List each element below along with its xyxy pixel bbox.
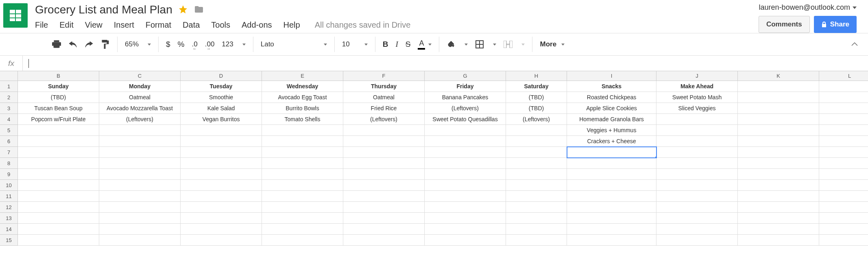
row-header-13[interactable]: 13: [0, 213, 18, 224]
decrease-decimal[interactable]: .0←: [192, 40, 198, 48]
cell-E2[interactable]: Avocado Egg Toast: [262, 92, 343, 103]
cell-D1[interactable]: Tuesday: [181, 81, 262, 92]
cell-E5[interactable]: [262, 125, 343, 136]
cell-B3[interactable]: Tuscan Bean Soup: [18, 103, 99, 114]
cell-K1[interactable]: [738, 81, 819, 92]
cell-G7[interactable]: [425, 147, 506, 158]
cell-B5[interactable]: [18, 125, 99, 136]
cell-I8[interactable]: [567, 158, 656, 169]
cell-E14[interactable]: [262, 224, 343, 235]
cell-B11[interactable]: [18, 191, 99, 202]
more-button[interactable]: More: [532, 40, 572, 48]
menu-edit[interactable]: Edit: [59, 20, 73, 30]
cell-J7[interactable]: [656, 147, 738, 158]
menu-view[interactable]: View: [85, 20, 103, 30]
cell-G15[interactable]: [425, 235, 506, 246]
cell-K11[interactable]: [738, 191, 819, 202]
cell-K2[interactable]: [738, 92, 819, 103]
format-currency[interactable]: $: [166, 40, 170, 49]
cell-G11[interactable]: [425, 191, 506, 202]
cell-H10[interactable]: [506, 180, 567, 191]
cell-L1[interactable]: [819, 81, 868, 92]
cell-I2[interactable]: Roasted Chickpeas: [567, 92, 656, 103]
cell-D7[interactable]: [181, 147, 262, 158]
cell-F1[interactable]: Thursday: [343, 81, 425, 92]
cell-B15[interactable]: [18, 235, 99, 246]
cell-D11[interactable]: [181, 191, 262, 202]
cell-I5[interactable]: Veggies + Hummus: [567, 125, 656, 136]
cell-G3[interactable]: (Leftovers): [425, 103, 506, 114]
cell-F4[interactable]: (Leftovers): [343, 114, 425, 125]
cell-E4[interactable]: Tomato Shells: [262, 114, 343, 125]
cell-G8[interactable]: [425, 158, 506, 169]
borders-icon[interactable]: [475, 40, 484, 49]
cell-K15[interactable]: [738, 235, 819, 246]
column-header-I[interactable]: I: [567, 71, 656, 81]
cell-F14[interactable]: [343, 224, 425, 235]
cell-L15[interactable]: [819, 235, 868, 246]
selection-handle[interactable]: [655, 156, 656, 158]
row-header-11[interactable]: 11: [0, 191, 18, 202]
cell-L11[interactable]: [819, 191, 868, 202]
menu-addons[interactable]: Add-ons: [242, 20, 272, 30]
cell-H12[interactable]: [506, 202, 567, 213]
sheets-logo[interactable]: [3, 3, 28, 28]
cell-I1[interactable]: Snacks: [567, 81, 656, 92]
cell-I14[interactable]: [567, 224, 656, 235]
cell-H6[interactable]: [506, 136, 567, 147]
formula-bar[interactable]: fx: [0, 56, 868, 71]
cell-E1[interactable]: Wednesday: [262, 81, 343, 92]
cell-E13[interactable]: [262, 213, 343, 224]
cell-F3[interactable]: Fried Rice: [343, 103, 425, 114]
increase-decimal[interactable]: .00→: [205, 40, 215, 48]
cell-I15[interactable]: [567, 235, 656, 246]
cell-E11[interactable]: [262, 191, 343, 202]
cell-D8[interactable]: [181, 158, 262, 169]
cell-E9[interactable]: [262, 169, 343, 180]
cell-F7[interactable]: [343, 147, 425, 158]
bold-button[interactable]: B: [383, 40, 388, 49]
zoom-level[interactable]: 65%: [125, 40, 139, 48]
undo-icon[interactable]: [68, 40, 77, 49]
row-header-7[interactable]: 7: [0, 147, 18, 158]
cell-C6[interactable]: [99, 136, 181, 147]
cell-D13[interactable]: [181, 213, 262, 224]
cell-B4[interactable]: Popcorn w/Fruit Plate: [18, 114, 99, 125]
italic-button[interactable]: I: [395, 40, 398, 49]
cell-B8[interactable]: [18, 158, 99, 169]
cell-B6[interactable]: [18, 136, 99, 147]
cell-F5[interactable]: [343, 125, 425, 136]
cell-F12[interactable]: [343, 202, 425, 213]
cell-K10[interactable]: [738, 180, 819, 191]
menu-data[interactable]: Data: [183, 20, 200, 30]
row-header-5[interactable]: 5: [0, 125, 18, 136]
column-header-F[interactable]: F: [343, 71, 425, 81]
cell-K9[interactable]: [738, 169, 819, 180]
cell-J9[interactable]: [656, 169, 738, 180]
cell-L2[interactable]: [819, 92, 868, 103]
cell-E8[interactable]: [262, 158, 343, 169]
cell-D9[interactable]: [181, 169, 262, 180]
cell-G6[interactable]: [425, 136, 506, 147]
cell-H3[interactable]: (TBD): [506, 103, 567, 114]
cell-J6[interactable]: [656, 136, 738, 147]
cell-G5[interactable]: [425, 125, 506, 136]
cell-L14[interactable]: [819, 224, 868, 235]
cell-C4[interactable]: (Leftovers): [99, 114, 181, 125]
cell-H2[interactable]: (TBD): [506, 92, 567, 103]
column-header-C[interactable]: C: [99, 71, 181, 81]
cell-G13[interactable]: [425, 213, 506, 224]
cell-G2[interactable]: Banana Pancakes: [425, 92, 506, 103]
cell-F8[interactable]: [343, 158, 425, 169]
account-menu[interactable]: lauren-bowen@outlook.com: [759, 3, 857, 12]
format-percent[interactable]: %: [178, 40, 185, 49]
row-header-10[interactable]: 10: [0, 180, 18, 191]
cell-F9[interactable]: [343, 169, 425, 180]
cell-F6[interactable]: [343, 136, 425, 147]
merge-cells-icon[interactable]: [504, 40, 513, 49]
cell-K8[interactable]: [738, 158, 819, 169]
cell-L5[interactable]: [819, 125, 868, 136]
row-header-12[interactable]: 12: [0, 202, 18, 213]
column-header-L[interactable]: L: [819, 71, 868, 81]
cell-J12[interactable]: [656, 202, 738, 213]
